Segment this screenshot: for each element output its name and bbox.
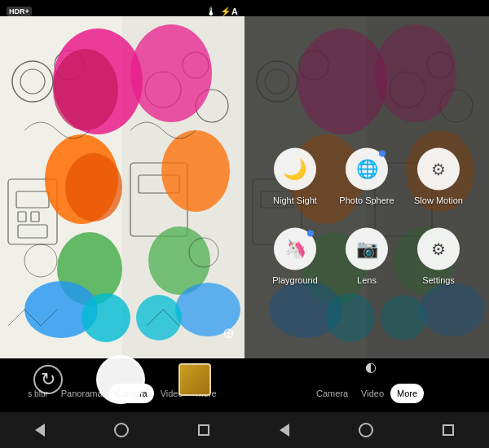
lens-label: Lens [357, 275, 377, 285]
mode-tabs-right: Camera Video More [244, 375, 489, 412]
right-mode-tab-more[interactable]: More [390, 384, 424, 403]
recents-button-left[interactable] [198, 424, 209, 436]
photo-sphere-icon-circle: 🌐 [346, 148, 388, 191]
settings-item[interactable]: ⚙ Settings [406, 220, 471, 293]
settings-label: Settings [422, 275, 455, 285]
zoom-indicator: ⊕ [222, 324, 235, 342]
back-button-right[interactable] [280, 424, 289, 437]
svg-point-16 [53, 49, 118, 130]
flash-indicator: ⚡A [220, 7, 238, 17]
settings-icon-circle: ⚙ [417, 228, 460, 270]
photo-sphere-label: Photo Sphere [339, 195, 394, 205]
photo-sphere-dot [379, 151, 385, 157]
svg-point-23 [161, 130, 230, 212]
left-panel: HDR+ 🌡 ⚡A s blur Panorama Camera Video M… [0, 0, 244, 448]
slow-motion-icon: ⚙ [431, 160, 446, 179]
settings-icon: ⚙ [431, 239, 446, 259]
hdr-badge: HDR+ [7, 7, 32, 16]
recents-button-right[interactable] [443, 424, 454, 436]
right-mode-tab-video[interactable]: Video [355, 384, 390, 403]
status-right: 🌡 ⚡A [205, 5, 238, 18]
lens-icon: 📷 [356, 239, 378, 260]
shutter-button[interactable] [96, 355, 145, 404]
night-sight-label: Night Sight [273, 195, 317, 205]
nav-bar-right [244, 412, 489, 448]
photo-sphere-item[interactable]: 🌐 Photo Sphere [334, 140, 399, 213]
playground-icon: 🦄 [284, 239, 306, 260]
night-sight-item[interactable]: 🌙 Night Sight [262, 140, 328, 213]
playground-label: Playground [272, 275, 318, 285]
slow-motion-icon-circle: ⚙ [417, 148, 460, 191]
back-button-left[interactable] [35, 424, 45, 437]
svg-point-21 [82, 293, 130, 342]
gallery-thumbnail[interactable] [178, 363, 211, 396]
night-sight-icon: 🌙 [283, 158, 307, 181]
svg-point-22 [130, 24, 212, 122]
right-mode-tab-camera[interactable]: Camera [310, 384, 355, 403]
mode-indicator: ◐ [365, 359, 377, 375]
slow-motion-item[interactable]: ⚙ Slow Motion [406, 140, 471, 213]
temp-icon: 🌡 [205, 5, 217, 18]
status-bar: HDR+ 🌡 ⚡A [0, 0, 244, 23]
right-panel: 🌙 Night Sight 🌐 Photo Sphere ⚙ Slow Moti… [244, 0, 489, 448]
nav-bar-left [0, 412, 244, 448]
home-button-right[interactable] [359, 423, 373, 437]
lens-item[interactable]: 📷 Lens [334, 220, 399, 293]
camera-viewfinder [0, 0, 244, 375]
playground-item[interactable]: 🦄 Playground [262, 220, 328, 293]
rotate-camera-button[interactable]: ↻ [33, 365, 63, 394]
night-sight-icon-circle: 🌙 [274, 148, 316, 191]
camera-mode-menu: 🌙 Night Sight 🌐 Photo Sphere ⚙ Slow Moti… [262, 140, 471, 293]
photo-sphere-icon: 🌐 [356, 159, 378, 180]
playground-icon-circle: 🦄 [274, 228, 316, 270]
lens-icon-circle: 📷 [346, 228, 388, 270]
playground-dot [307, 231, 314, 237]
home-button-left[interactable] [114, 423, 129, 437]
slow-motion-label: Slow Motion [414, 195, 463, 205]
svg-point-26 [136, 295, 182, 340]
svg-point-18 [65, 153, 122, 222]
status-left: HDR+ [7, 7, 32, 16]
